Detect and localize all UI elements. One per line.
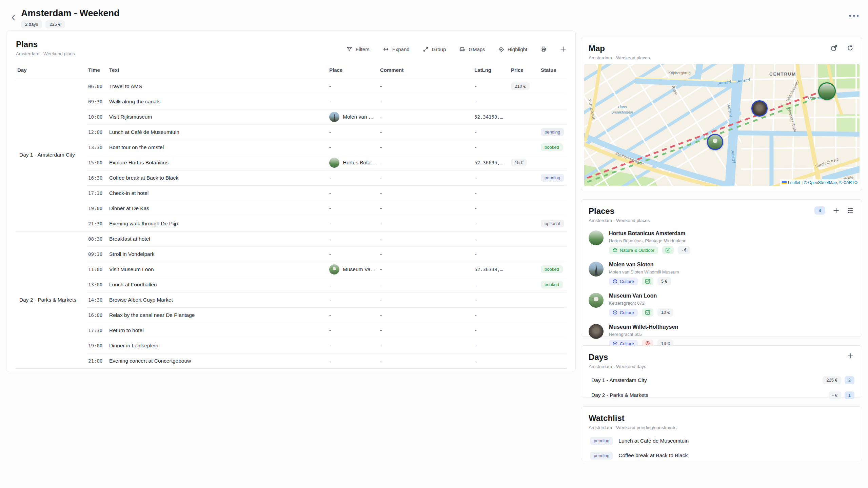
carto-link[interactable]: © CARTO <box>839 180 857 185</box>
status-badge: booked <box>541 281 563 289</box>
marker-museum-van-loon[interactable] <box>707 134 723 150</box>
map-panel: Map Amsterdam - Weekend places <box>581 37 862 191</box>
place-list-item[interactable]: Museum Van LoonKeizersgracht 672Culture1… <box>589 293 854 317</box>
plan-status <box>539 94 567 109</box>
plan-status: pending <box>539 124 567 140</box>
back-button[interactable] <box>8 12 19 23</box>
category-cube-icon <box>613 248 617 252</box>
trip-days-badge: 2 days <box>21 20 42 28</box>
map-refresh-button[interactable] <box>847 44 854 52</box>
plan-row[interactable]: 13:30Boat tour on the Amstel---booked <box>16 140 567 155</box>
plan-row[interactable]: 19:00Dinner at De Kas--- <box>16 201 567 216</box>
plan-row[interactable]: 13:00Lunch at Foodhallen---booked <box>16 277 567 292</box>
plan-comment: - <box>379 353 473 368</box>
plan-row[interactable]: 17:30Return to hotel--- <box>16 323 567 338</box>
gmaps-label: GMaps <box>469 46 485 52</box>
category-badge: Culture <box>609 278 638 285</box>
gmaps-button[interactable]: GMaps <box>459 46 485 53</box>
place-address: Herengracht 605 <box>609 332 678 337</box>
place-chip[interactable]: Museum Va… <box>329 264 377 274</box>
osm-link[interactable]: © OpenStreetMap, <box>804 180 838 185</box>
plan-status <box>539 155 567 170</box>
plan-place: - <box>328 323 379 338</box>
plan-price <box>510 246 539 262</box>
plan-row[interactable]: 21:00Evening concert at Concertgebouw--- <box>16 353 567 368</box>
plan-row[interactable]: 09:30Walk along the canals--- <box>16 94 567 109</box>
place-avatar <box>329 264 339 274</box>
place-list-item[interactable]: Molen van SlotenMolen van Sloten Windmil… <box>589 262 854 285</box>
plan-row[interactable]: 14:30Browse Albert Cuyp Market--- <box>16 292 567 307</box>
place-name: Museum Van Loon <box>609 293 673 299</box>
day-label: Day 2 - Parks & Markets <box>589 392 829 398</box>
plan-time: 15:00 <box>87 155 108 170</box>
plan-price <box>510 185 539 201</box>
plan-price <box>510 109 539 124</box>
day-list-item[interactable]: Day 2 - Parks & Markets- €1 <box>589 391 854 400</box>
plan-row[interactable]: 11:00Visit Museum LoonMuseum Va…-52.3633… <box>16 262 567 277</box>
places-list-view-button[interactable] <box>847 207 854 214</box>
place-chip[interactable]: Molen van … <box>329 112 377 122</box>
print-button[interactable] <box>540 46 547 53</box>
place-list-item[interactable]: Hortus Botanicus AmsterdamHortus Botanic… <box>589 230 854 254</box>
plan-text: Relax by the canal near De Plantage <box>108 307 328 323</box>
plan-row[interactable]: 10:00Visit RijksmuseumMolen van …-52.341… <box>16 109 567 124</box>
plan-row[interactable]: Day 1 - Amsterdam City06:00Travel to AMS… <box>16 79 567 94</box>
plan-row[interactable]: 16:00Relax by the canal near De Plantage… <box>16 307 567 323</box>
plan-row[interactable]: 21:30Evening walk through De Pijp---opti… <box>16 216 567 231</box>
pending-badge: pending <box>590 437 613 445</box>
plan-row[interactable]: 19:00Dinner in Leidseplein--- <box>16 338 567 353</box>
plan-time: 16:00 <box>87 307 108 323</box>
add-day-button[interactable] <box>847 352 854 359</box>
plan-row[interactable]: 12:00Lunch at Café de Museumtuin---pendi… <box>16 124 567 140</box>
category-cube-icon <box>613 279 617 284</box>
watchlist-item[interactable]: pendingLunch at Café de Museumtuin <box>589 437 854 445</box>
plan-row[interactable]: 15:00Explore Hortus BotanicusHortus Bota… <box>16 155 567 170</box>
watchlist-text: Lunch at Café de Museumtuin <box>618 438 689 444</box>
app-header: Amsterdam - Weekend 2 days 225 € <box>0 0 868 30</box>
watchlist-item[interactable]: pendingCoffee break at Back to Black <box>589 452 854 460</box>
place-avatar <box>329 112 339 122</box>
place-list-item[interactable]: Museum Willet-HolthuysenHerengracht 605C… <box>589 324 854 348</box>
map-fullscreen-button[interactable] <box>831 44 838 52</box>
plan-row[interactable]: 09:30Stroll in Vondelpark--- <box>16 246 567 262</box>
refresh-icon <box>847 44 854 52</box>
plan-place: - <box>328 140 379 155</box>
plan-comment: - <box>379 277 473 292</box>
marker-hortus-botanicus[interactable] <box>818 82 836 100</box>
checked-icon <box>645 279 650 284</box>
plan-latlng: - <box>473 170 510 185</box>
plan-row[interactable]: 17:30Check-in at hotel--- <box>16 185 567 201</box>
expand-button[interactable]: Expand <box>382 46 410 53</box>
filters-button[interactable]: Filters <box>346 46 370 53</box>
marker-museum-willet[interactable] <box>751 100 768 117</box>
leaflet-map[interactable]: KrijtbergbrugRokinAmstelAmstelCENTRUMWat… <box>584 64 860 186</box>
leaflet-link[interactable]: Leaflet <box>788 180 800 185</box>
add-place-button[interactable] <box>833 207 840 214</box>
group-button[interactable]: Group <box>422 46 446 53</box>
plan-comment: - <box>379 140 473 155</box>
plan-latlng: 52.36339,… <box>473 262 510 277</box>
plus-icon <box>833 207 840 214</box>
place-info: Museum Willet-HolthuysenHerengracht 605C… <box>609 324 678 348</box>
place-photo <box>589 230 604 245</box>
plan-time: 14:30 <box>87 292 108 307</box>
map-title: Map <box>589 44 854 53</box>
plan-place: - <box>328 170 379 185</box>
overflow-menu-button[interactable] <box>849 15 859 17</box>
highlight-button[interactable]: Highlight <box>498 46 527 53</box>
day-list-item[interactable]: Day 1 - Amsterdam City225 €2 <box>589 376 854 384</box>
place-photo <box>589 293 604 308</box>
col-status: Status <box>539 65 567 79</box>
plan-status <box>539 323 567 338</box>
plan-latlng: - <box>473 277 510 292</box>
plan-price: 15 € <box>510 155 539 170</box>
plan-status <box>539 338 567 353</box>
plan-row[interactable]: Day 2 - Parks & Markets08:30Breakfast at… <box>16 231 567 246</box>
plan-price <box>510 231 539 246</box>
days-panel: Days Amsterdam - Weekend days Day 1 - Am… <box>581 345 862 398</box>
plan-row[interactable]: 16:30Coffee break at Back to Black---pen… <box>16 170 567 185</box>
plan-text: Boat tour on the Amstel <box>108 140 328 155</box>
place-chip[interactable]: Hortus Bota… <box>329 158 377 168</box>
add-plan-button[interactable] <box>560 46 567 53</box>
plan-time: 13:30 <box>87 140 108 155</box>
